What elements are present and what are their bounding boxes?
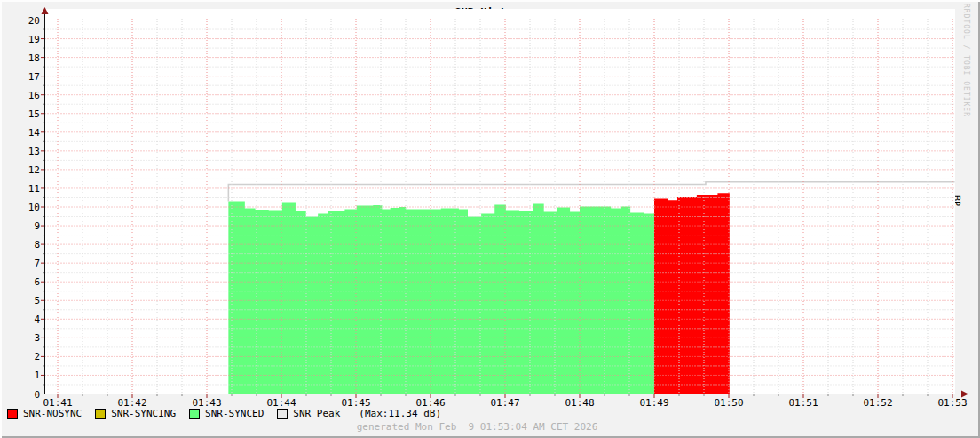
y-tick-label: 5 bbox=[34, 295, 40, 307]
y-tick-label: 16 bbox=[28, 90, 40, 101]
legend-item-snr-synced: SNR-SYNCED bbox=[189, 408, 264, 419]
y-tick-label: 20 bbox=[28, 15, 40, 27]
legend-item-snr-peak: SNR Peak bbox=[277, 408, 340, 419]
generated-timestamp: generated Mon Feb 9 01:53:04 AM CET 2026 bbox=[0, 421, 954, 433]
y-tick-label: 10 bbox=[28, 202, 40, 213]
y-tick-label: 11 bbox=[28, 183, 40, 195]
y-tick-label: 0 bbox=[34, 389, 40, 401]
legend-label: SNR-NOSYNC bbox=[23, 408, 82, 419]
y-tick-label: 3 bbox=[34, 332, 40, 344]
snr-synced-swatch-icon bbox=[189, 409, 200, 419]
y-tick-label: 1 bbox=[34, 370, 40, 381]
legend-item-snr-syncing: SNR-SYNCING bbox=[95, 408, 176, 419]
legend-label: SNR-SYNCED bbox=[205, 408, 264, 419]
x-tick-label: 01:49 bbox=[639, 397, 668, 409]
y-tick-label: 19 bbox=[28, 34, 40, 45]
y-tick-label: 14 bbox=[28, 127, 41, 139]
y-tick-label: 2 bbox=[34, 351, 40, 362]
legend-max-note: (Max:11.34 dB) bbox=[359, 408, 441, 419]
y-tick-label: 17 bbox=[28, 71, 40, 83]
y-tick-label: 15 bbox=[28, 108, 40, 120]
legend: SNR-NOSYNCSNR-SYNCINGSNR-SYNCEDSNR Peak(… bbox=[7, 408, 441, 419]
y-tick-label: 13 bbox=[28, 146, 40, 157]
rrdtool-snr-graph: SNR History RRDTOOL / TOBI OETIKER BP 01… bbox=[0, 0, 980, 438]
legend-label: SNR Peak bbox=[293, 408, 340, 419]
y-tick-label: 6 bbox=[34, 276, 40, 288]
y-tick-label: 4 bbox=[34, 314, 40, 325]
y-tick-label: 9 bbox=[34, 220, 40, 232]
x-tick-label: 01:47 bbox=[490, 397, 519, 409]
snr-peak-swatch-icon bbox=[277, 409, 288, 419]
legend-item-snr-nosync: SNR-NOSYNC bbox=[7, 408, 82, 419]
snr-history-chart: 01:4101:4201:4301:4401:4501:4601:4701:48… bbox=[0, 0, 980, 438]
y-tick-label: 7 bbox=[34, 258, 40, 269]
snr-nosync-swatch-icon bbox=[7, 409, 18, 419]
series-snr-nosync bbox=[654, 193, 730, 394]
x-tick-label: 01:50 bbox=[714, 397, 743, 409]
x-tick-label: 01:48 bbox=[565, 397, 594, 409]
series-snr-synced bbox=[228, 201, 654, 394]
y-tick-label: 18 bbox=[28, 52, 40, 64]
x-tick-label: 01:53 bbox=[937, 397, 967, 409]
legend-label: SNR-SYNCING bbox=[111, 408, 176, 419]
snr-syncing-swatch-icon bbox=[95, 409, 106, 419]
y-tick-label: 12 bbox=[28, 164, 40, 176]
x-tick-label: 01:52 bbox=[863, 397, 892, 409]
x-tick-label: 01:51 bbox=[788, 397, 818, 409]
y-tick-label: 8 bbox=[34, 239, 40, 251]
